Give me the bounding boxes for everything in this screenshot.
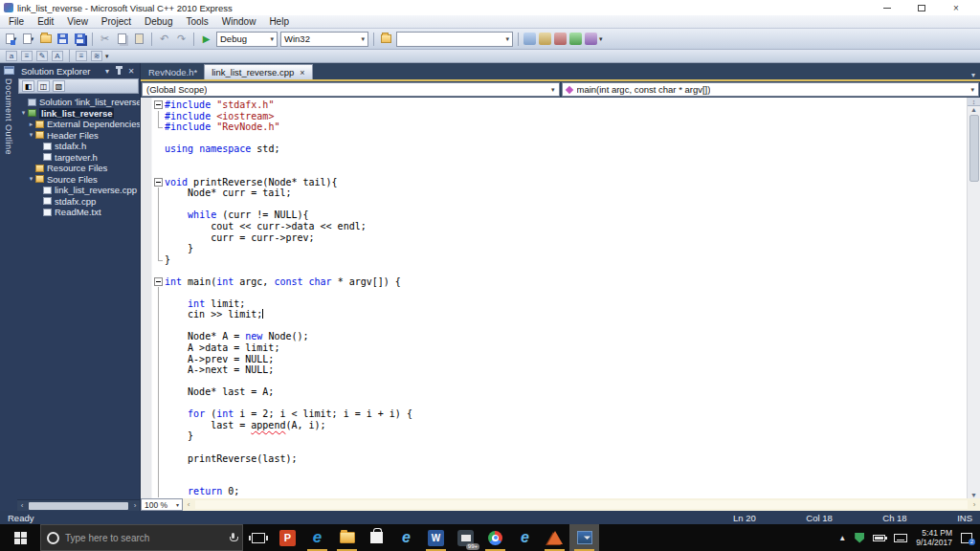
touch-keyboard-icon[interactable]	[894, 534, 907, 542]
mail-icon[interactable]: 99+	[451, 524, 480, 551]
code-line[interactable]: return 0;	[152, 486, 967, 497]
code-line[interactable]	[152, 155, 967, 166]
task-view-button[interactable]	[243, 524, 273, 551]
code-line[interactable]	[152, 320, 967, 332]
zoom-dropdown[interactable]: 100 %▾	[141, 498, 183, 511]
code-line[interactable]	[152, 376, 967, 387]
code-line[interactable]: while (curr != NULL){	[152, 209, 967, 221]
code-line[interactable]: }	[152, 254, 967, 266]
code-editor[interactable]: #include "stdafx.h"#include <iostream>#i…	[141, 98, 980, 498]
extension-manager-icon[interactable]	[585, 33, 597, 45]
show-all-files-icon[interactable]: ◫	[37, 80, 50, 92]
powerpoint-icon[interactable]: P	[273, 524, 302, 551]
menu-item-view[interactable]: View	[60, 15, 95, 28]
solution-configuration-dropdown[interactable]: Debug▾	[216, 32, 278, 47]
code-line[interactable]	[152, 287, 967, 298]
code-line[interactable]: #include <iostream>	[152, 111, 967, 122]
split-handle[interactable]: ↕	[968, 98, 980, 106]
code-line[interactable]	[152, 464, 967, 475]
find-combo[interactable]: ▾	[396, 32, 513, 47]
code-line[interactable]: A >data = limit;	[152, 342, 967, 354]
solution-explorer-hscrollbar[interactable]: ‹ ›	[17, 499, 140, 511]
tab-revnode-h[interactable]: RevNode.h*	[142, 64, 204, 79]
minimize-button[interactable]	[877, 2, 898, 13]
word-icon[interactable]: W	[421, 524, 451, 551]
undo-icon[interactable]: ↶	[157, 32, 171, 46]
action-center-icon[interactable]: 2	[961, 533, 972, 543]
menu-item-edit[interactable]: Edit	[31, 15, 60, 28]
quick-info-icon[interactable]: ✎	[36, 51, 48, 61]
start-page-icon[interactable]	[569, 33, 582, 45]
menu-item-tools[interactable]: Tools	[179, 15, 214, 28]
scope-dropdown[interactable]: (Global Scope)▾	[142, 82, 560, 97]
new-project-icon[interactable]: ▾	[4, 32, 18, 46]
taskbar-search[interactable]: Type here to search	[40, 524, 243, 551]
word-completion-icon[interactable]: A	[52, 51, 63, 61]
edge-icon[interactable]: e	[302, 524, 332, 551]
tray-expand-icon[interactable]: ▲	[838, 534, 846, 542]
code-line[interactable]: int limit;	[152, 298, 967, 310]
code-line[interactable]	[152, 442, 967, 453]
close-button[interactable]: ×	[946, 2, 967, 13]
copy-icon[interactable]	[115, 32, 129, 46]
code-line[interactable]: Node* curr = tail;	[152, 187, 967, 199]
code-line[interactable]	[152, 398, 967, 409]
expand-icon[interactable]: ▸	[27, 121, 35, 128]
tree-item-external-dependencies[interactable]: ▸External Dependencies	[17, 119, 140, 130]
close-panel-icon[interactable]: ✕	[126, 67, 136, 76]
code-line[interactable]: Node* last = A;	[152, 386, 967, 398]
tree-item-source-files[interactable]: ▾Source Files	[17, 174, 140, 186]
pin-icon[interactable]	[118, 68, 121, 75]
battery-icon[interactable]	[873, 535, 885, 541]
outline-collapse-icon[interactable]	[152, 177, 165, 188]
internet-explorer-icon[interactable]: e	[391, 524, 421, 551]
scroll-down-icon[interactable]: ▼	[970, 492, 977, 498]
code-line[interactable]	[152, 475, 967, 487]
start-debugging-icon[interactable]: ▶	[199, 32, 213, 46]
menu-item-file[interactable]: File	[2, 15, 31, 28]
member-list-icon[interactable]: a	[6, 51, 17, 61]
code-line[interactable]: Node* A = new Node();	[152, 331, 967, 342]
menu-item-window[interactable]: Window	[215, 15, 263, 28]
save-icon[interactable]	[56, 32, 70, 46]
tree-item-stdafx-h[interactable]: stdafx.h	[17, 141, 140, 152]
find-input[interactable]	[400, 33, 501, 44]
tree-item-targetver-h[interactable]: targetver.h	[17, 152, 140, 164]
code-line[interactable]: A->next = NULL;	[152, 364, 967, 376]
code-line[interactable]: }	[152, 243, 967, 254]
code-line[interactable]: #include "RevNode.h"	[152, 121, 967, 133]
scroll-up-icon[interactable]: ▲	[970, 106, 977, 113]
tree-item-solution[interactable]: Solution 'link_list_reverse' (1 projec	[17, 97, 140, 108]
code-line[interactable]: using namespace std;	[152, 143, 967, 155]
code-line[interactable]: cout << curr->data << endl;	[152, 221, 967, 232]
outline-collapse-icon[interactable]	[152, 99, 165, 111]
tab-link-list-reverse-cpp[interactable]: link_list_reverse.cpp×	[204, 64, 312, 79]
toolbox-icon[interactable]	[554, 33, 567, 45]
properties-window-icon[interactable]	[539, 33, 551, 45]
tab-list-dropdown-icon[interactable]: ▾	[967, 71, 980, 79]
taskbar-clock[interactable]: 5:41 PM 9/14/2017	[916, 528, 952, 547]
menu-item-debug[interactable]: Debug	[138, 15, 179, 28]
tab-close-icon[interactable]: ×	[300, 68, 304, 77]
code-line[interactable]: #include "stdafx.h"	[152, 99, 967, 111]
solution-platform-dropdown[interactable]: Win32▾	[280, 32, 368, 47]
indicator-margin[interactable]	[141, 98, 152, 498]
menu-item-project[interactable]: Project	[95, 15, 138, 28]
start-button[interactable]	[0, 524, 40, 551]
horizontal-scrollbar[interactable]: ‹ ›	[183, 498, 980, 511]
microphone-icon[interactable]	[230, 533, 236, 542]
menu-item-help[interactable]: Help	[262, 15, 296, 28]
cut-icon[interactable]: ✂	[98, 32, 112, 46]
internet-explorer-2-icon[interactable]: e	[510, 524, 540, 551]
maximize-button[interactable]	[911, 2, 932, 13]
vscroll-thumb[interactable]	[969, 115, 979, 182]
solution-explorer-toolbar-icon[interactable]	[523, 33, 536, 45]
hscroll-right-icon[interactable]: ›	[969, 500, 980, 509]
visual-studio-icon[interactable]	[569, 524, 599, 551]
increase-indent-icon[interactable]: ≋	[91, 51, 102, 61]
collapse-icon[interactable]: ▾	[27, 175, 35, 183]
add-item-icon[interactable]: ▾	[21, 32, 35, 46]
code-line[interactable]	[152, 133, 967, 144]
code-line[interactable]: cin >> limit;	[152, 309, 967, 320]
collapse-icon[interactable]: ▾	[19, 109, 28, 117]
